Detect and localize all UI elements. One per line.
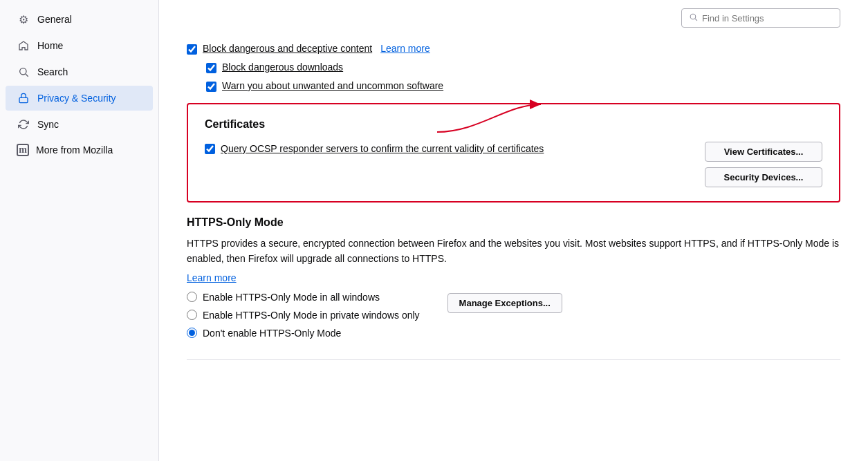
manage-exceptions-button[interactable]: Manage Exceptions... [447,293,562,313]
cert-row: Query OCSP responder servers to confirm … [205,142,822,187]
ocsp-checkbox[interactable] [205,144,215,154]
gear-icon: ⚙ [17,12,30,26]
dont-enable-label[interactable]: Don't enable HTTPS-Only Mode [203,328,341,339]
find-in-settings-input[interactable] [702,13,833,23]
mozilla-icon: m [17,144,29,156]
svg-point-0 [20,68,26,75]
svg-point-3 [690,14,696,19]
warn-unwanted-label[interactable]: Warn you about unwanted and uncommon sof… [222,80,443,91]
nested-checkboxes: Block dangerous downloads Warn you about… [187,62,840,92]
https-radio-group: Enable HTTPS-Only Mode in all windows En… [187,292,420,346]
block-dangerous-row: Block dangerous and deceptive content Le… [187,43,840,55]
block-dangerous-checkbox[interactable] [187,44,197,55]
dont-enable-radio-row: Don't enable HTTPS-Only Mode [187,328,420,339]
enable-private-radio[interactable] [187,310,197,320]
find-in-settings-box[interactable] [681,8,840,28]
https-learn-more-link[interactable]: Learn more [187,272,237,283]
settings-content: Block dangerous and deceptive content Le… [159,36,868,402]
find-search-icon [689,12,698,23]
svg-rect-2 [19,97,28,102]
block-downloads-checkbox[interactable] [206,63,216,73]
sidebar-item-mozilla[interactable]: m More from Mozilla [6,138,153,162]
lock-icon [17,91,30,105]
sidebar-label-general: General [37,14,72,25]
enable-all-radio[interactable] [187,292,197,302]
cert-buttons: View Certificates... Security Devices... [705,142,822,187]
sidebar-label-privacy-security: Privacy & Security [37,93,116,104]
https-title: HTTPS-Only Mode [187,216,840,229]
block-downloads-label[interactable]: Block dangerous downloads [222,62,343,73]
enable-private-radio-row: Enable HTTPS-Only Mode in private window… [187,310,420,321]
sidebar-label-search: Search [37,66,68,77]
https-section: HTTPS-Only Mode HTTPS provides a secure,… [187,216,840,346]
security-devices-button[interactable]: Security Devices... [705,167,822,187]
sidebar-item-search[interactable]: Search [6,59,153,84]
sidebar-item-home[interactable]: Home [6,33,153,58]
enable-all-label[interactable]: Enable HTTPS-Only Mode in all windows [203,292,380,303]
sidebar-item-general[interactable]: ⚙ General [6,7,153,32]
enable-all-radio-row: Enable HTTPS-Only Mode in all windows [187,292,420,303]
cert-checkbox-area: Query OCSP responder servers to confirm … [205,142,694,156]
svg-line-1 [26,74,28,77]
ocsp-label[interactable]: Query OCSP responder servers to confirm … [221,142,544,156]
bottom-divider [187,359,840,360]
certificates-title: Certificates [205,118,822,131]
main-content: Block dangerous and deceptive content Le… [159,0,868,461]
svg-line-4 [695,19,697,21]
sidebar-label-mozilla: More from Mozilla [36,144,113,156]
header [159,0,868,36]
https-description: HTTPS provides a secure, encrypted conne… [187,236,840,267]
enable-private-label[interactable]: Enable HTTPS-Only Mode in private window… [203,310,420,321]
block-downloads-row: Block dangerous downloads [206,62,840,73]
certificates-section: Certificates Query OCSP responder server… [187,103,840,203]
sidebar-item-privacy-security[interactable]: Privacy & Security [6,86,153,111]
sidebar-label-home: Home [37,40,63,51]
dont-enable-radio[interactable] [187,328,197,338]
warn-unwanted-row: Warn you about unwanted and uncommon sof… [206,80,840,92]
sidebar: ⚙ General Home Search Privacy & Security [0,0,159,461]
block-dangerous-learn-more[interactable]: Learn more [380,43,430,54]
warn-unwanted-checkbox[interactable] [206,82,216,92]
home-icon [17,39,30,53]
sidebar-label-sync: Sync [37,119,59,130]
block-dangerous-label[interactable]: Block dangerous and deceptive content [203,43,372,54]
view-certificates-button[interactable]: View Certificates... [705,142,822,162]
sidebar-item-sync[interactable]: Sync [6,112,153,137]
search-icon [17,65,30,79]
https-options-row: Enable HTTPS-Only Mode in all windows En… [187,292,840,346]
sync-icon [17,117,30,131]
